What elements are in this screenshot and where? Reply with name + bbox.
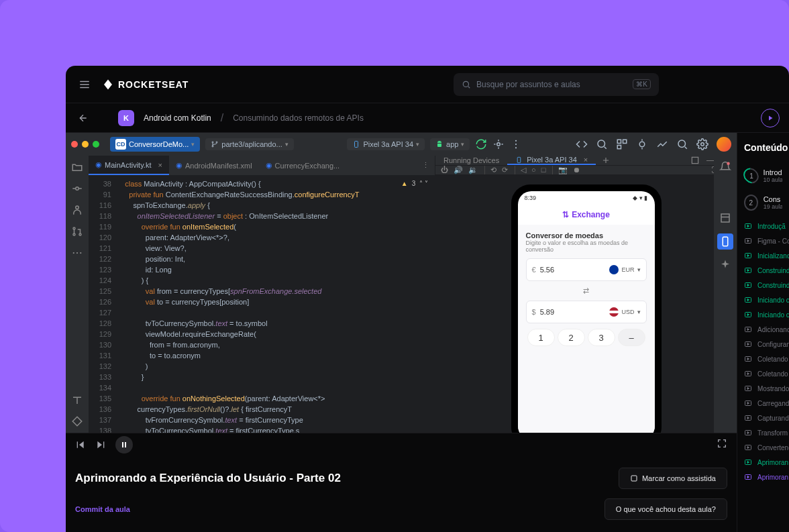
nav-back-icon[interactable]: ◁ — [521, 166, 526, 174]
lesson-item[interactable]: Iniciando c — [737, 307, 789, 322]
skip-forward-button[interactable] — [95, 439, 106, 450]
keypad-key[interactable]: – — [618, 329, 645, 346]
lesson-item[interactable]: Aprimoran — [737, 455, 789, 470]
lesson-item[interactable]: Carregand — [737, 396, 789, 411]
commit-link[interactable]: Commit da aula — [75, 505, 130, 513]
lesson-item[interactable]: Convertend — [737, 440, 789, 455]
to-currency-input[interactable]: $ 5.89 USD ▾ — [526, 301, 647, 323]
user-avatar[interactable] — [717, 137, 731, 152]
bug-icon[interactable] — [636, 138, 648, 150]
svg-marker-77 — [747, 388, 749, 390]
lesson-item[interactable]: Coletando — [737, 352, 789, 366]
search-bar[interactable]: Busque por assuntos e aulas ⌘K — [454, 73, 659, 96]
feedback-button[interactable]: O que você achou desta aula? — [604, 498, 727, 520]
from-currency-input[interactable]: € 5.56 EUR ▾ — [526, 258, 647, 281]
lesson-item[interactable]: Capturand — [737, 411, 789, 425]
lesson-item[interactable]: Aprimoran — [737, 470, 789, 484]
inspect-icon[interactable] — [596, 138, 608, 150]
rotate-left-icon[interactable]: ⟲ — [490, 166, 496, 174]
brand-logo[interactable]: ROCKETSEAT — [102, 78, 189, 91]
code[interactable]: class MainActivity : AppCompatActivity()… — [117, 176, 435, 433]
emulator-tab[interactable]: Pixel 3a API 34 × — [507, 156, 596, 165]
bookmark-icon[interactable] — [71, 204, 83, 216]
phone-screen[interactable]: 8:39 ◆ ▾ ▮ ⇅ Exchange — [518, 191, 655, 433]
close-icon[interactable]: × — [584, 156, 588, 164]
warnings-badge[interactable]: ▲3˄ ˅ — [401, 178, 428, 189]
skip-back-button[interactable] — [75, 439, 86, 450]
lesson-item[interactable]: Figma - Co — [737, 233, 789, 248]
commit-icon[interactable] — [71, 182, 83, 195]
play-pause-button[interactable] — [115, 436, 133, 454]
device-selector[interactable]: Pixel 3a API 34 ▾ — [347, 138, 425, 150]
lesson-item[interactable]: Configuran — [737, 337, 789, 352]
rotate-right-icon[interactable]: ⟳ — [502, 166, 508, 174]
lesson-item[interactable]: Mostrando — [737, 381, 789, 396]
lesson-item[interactable]: Iniciando c — [737, 292, 789, 307]
breadcrumb-course[interactable]: Android com Kotlin — [144, 113, 211, 123]
more-horizontal-icon[interactable] — [71, 247, 83, 259]
breadcrumb-section[interactable]: Consumindo dados remotos de APIs — [233, 113, 364, 123]
notifications-icon[interactable] — [719, 161, 731, 173]
run-config-selector[interactable]: app ▾ — [430, 138, 470, 150]
lesson-item[interactable]: Adicionand — [737, 322, 789, 337]
lesson-item[interactable]: Construind — [737, 263, 789, 278]
diamond-icon[interactable] — [71, 415, 83, 427]
file-tab[interactable]: ◉CurrencyExchang... — [259, 156, 347, 175]
ai-sparkle-icon[interactable] — [719, 259, 731, 271]
mark-watched-button[interactable]: Marcar como assistida — [619, 468, 727, 489]
more-tabs-icon[interactable]: ⋮ — [422, 161, 429, 170]
power-icon[interactable]: ⏻ — [441, 166, 448, 174]
pull-request-icon[interactable] — [71, 225, 83, 237]
file-tab[interactable]: ◉AndroidManifest.xml — [169, 156, 259, 175]
refresh-icon[interactable] — [475, 138, 487, 150]
minimize-icon[interactable]: — — [706, 156, 714, 165]
module-item[interactable]: 2Cons19 aulas — [737, 189, 789, 216]
volume-up-icon[interactable]: 🔊 — [454, 166, 463, 174]
branch-icon — [211, 140, 219, 148]
file-tab[interactable]: ◉MainActivity.kt× — [89, 156, 169, 175]
text-icon[interactable] — [71, 394, 83, 406]
more-icon[interactable] — [510, 138, 522, 150]
add-tab-icon[interactable] — [601, 156, 611, 165]
window-icon[interactable] — [690, 156, 700, 165]
swap-button[interactable]: ⇄ — [526, 286, 647, 295]
volume-down-icon[interactable]: 🔉 — [468, 166, 478, 174]
code-icon[interactable] — [576, 138, 588, 150]
code-area[interactable]: ▲3˄ ˅ 3891116118119120121122123124125126… — [89, 176, 435, 433]
menu-button[interactable] — [75, 75, 94, 94]
content-sidebar: Conteúdo 1Introdu10 aulas2Cons19 aulas I… — [737, 133, 789, 532]
running-devices-tab[interactable]: Running Devices — [435, 156, 507, 165]
settings-icon[interactable] — [696, 138, 708, 150]
download-button[interactable] — [761, 109, 780, 127]
git-branch-selector[interactable]: parte3/aplicando... ▾ — [205, 138, 294, 150]
profiler-icon[interactable] — [656, 138, 668, 150]
lesson-item[interactable]: Introduçã — [737, 219, 789, 233]
keypad-key[interactable]: 2 — [558, 329, 585, 346]
layout-icon[interactable] — [719, 212, 731, 224]
folder-icon[interactable] — [71, 161, 83, 173]
debug-icon[interactable] — [492, 138, 505, 150]
screenshot-icon[interactable]: 📷 — [558, 166, 568, 174]
keypad-key[interactable]: 3 — [588, 329, 615, 346]
window-traffic-lights[interactable] — [71, 141, 99, 148]
lesson-item[interactable]: Transform — [737, 425, 789, 440]
back-button[interactable] — [75, 110, 91, 126]
lesson-item[interactable]: Coletando — [737, 366, 789, 381]
to-currency-selector[interactable]: USD ▾ — [609, 307, 640, 317]
svg-point-15 — [598, 140, 605, 148]
nav-recent-icon[interactable]: □ — [541, 166, 546, 174]
module-item[interactable]: 1Introdu10 aulas — [737, 162, 789, 189]
close-icon[interactable]: × — [158, 161, 162, 169]
fullscreen-button[interactable] — [717, 438, 727, 449]
video-icon — [744, 370, 752, 378]
search-everywhere-icon[interactable] — [676, 138, 688, 150]
project-selector[interactable]: CD ConversorDeMo... ▾ — [110, 137, 200, 152]
record-icon[interactable]: ⏺ — [573, 166, 580, 174]
from-currency-selector[interactable]: EUR ▾ — [609, 265, 640, 274]
emulator-panel-icon[interactable] — [717, 233, 733, 250]
structure-icon[interactable] — [616, 138, 628, 150]
keypad-key[interactable]: 1 — [527, 329, 555, 346]
nav-home-icon[interactable]: ○ — [531, 166, 536, 174]
lesson-item[interactable]: Inicializand — [737, 248, 789, 263]
lesson-item[interactable]: Construind — [737, 278, 789, 292]
